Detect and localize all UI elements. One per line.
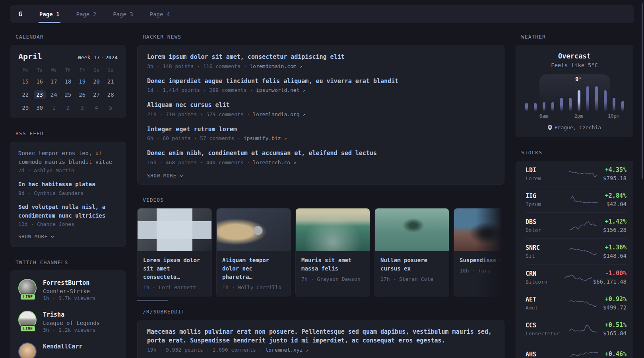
stock-name: Consectetur: [526, 331, 564, 337]
twitch-section-label: TWITCH CHANNELS: [10, 259, 126, 265]
hn-story-domain[interactable]: ipsumworld.net: [256, 87, 300, 93]
video-title[interactable]: Mauris sit amet massa felis: [301, 256, 364, 273]
stock-row[interactable]: IIGIpsum +2.84%$42.04: [526, 187, 627, 212]
calendar-month: April: [18, 52, 42, 61]
hn-story-domain[interactable]: loremtech.co: [253, 160, 290, 165]
weather-bar: [621, 101, 624, 111]
video-thumbnail[interactable]: [138, 208, 211, 251]
tab-page-2[interactable]: Page 2: [71, 5, 102, 23]
twitch-channel-row[interactable]: LIVE ForrestBurton Counter-Strike 1h · 1…: [18, 279, 118, 301]
rss-item-title[interactable]: In hac habitasse platea: [18, 180, 118, 189]
calendar-day: 21: [103, 77, 118, 86]
stock-sparkline: [570, 194, 598, 206]
rss-item: Sed volutpat nulla nisl, a condimentum n…: [18, 203, 118, 227]
channel-name[interactable]: KendallCarr: [43, 342, 82, 350]
stock-change: +1.42%: [603, 218, 627, 225]
video-meta: 18h · Tara: [460, 268, 504, 274]
external-link-icon: ↗: [306, 347, 308, 353]
rss-item-title[interactable]: Donec tempor eros leo, ut commodo mauris…: [18, 149, 118, 166]
weather-bars: [525, 74, 624, 111]
tab-page-4[interactable]: Page 4: [144, 5, 176, 23]
stock-name: Ipsum: [526, 201, 564, 207]
rss-show-more-button[interactable]: SHOW MORE: [18, 234, 118, 239]
stock-price: $66,171.48: [593, 278, 627, 285]
channel-game[interactable]: Counter-Strike: [43, 288, 96, 294]
carousel-scrollbar-thumb[interactable]: [137, 300, 168, 301]
stock-symbol: AET: [526, 296, 564, 304]
channel-name[interactable]: ForrestBurton: [43, 279, 96, 287]
reddit-post-title[interactable]: Maecenas mollis pulvinar erat non posuer…: [147, 327, 495, 345]
external-link-icon: ↗: [300, 64, 303, 69]
video-card[interactable]: Suspendisse diam 18h · Tara: [454, 208, 504, 297]
video-card[interactable]: Nullam posuere cursus ex 17h · Stefan Co…: [374, 208, 449, 297]
video-title[interactable]: Lorem ipsum dolor sit amet consectetu…: [143, 256, 206, 281]
weather-hourly-chart: 9°: [525, 74, 624, 111]
twitch-channel-row[interactable]: LIVE Trisha League of Legends 3h · 1.2k …: [18, 311, 118, 333]
video-title[interactable]: Suspendisse diam: [460, 256, 504, 265]
video-card[interactable]: Mauris sit amet massa felis 7h · Grayson…: [295, 208, 370, 297]
reddit-post-domain[interactable]: loremnet.xyz: [265, 347, 303, 353]
twitch-channels-widget: LIVE ForrestBurton Counter-Strike 1h · 1…: [10, 270, 126, 358]
hn-story-meta: 16h · 468 points · 440 comments · loremt…: [147, 160, 495, 165]
chevron-down-icon: [179, 175, 183, 177]
calendar-grid: Mo Tu We Th Fr Sa Su 15 16 17 18 19 20 2…: [18, 68, 118, 112]
tab-page-3[interactable]: Page 3: [107, 5, 139, 23]
stock-change: +0.51%: [603, 321, 627, 329]
channel-avatar: LIVE: [18, 311, 37, 330]
calendar-day: 18: [61, 77, 75, 86]
hn-story-domain[interactable]: ipsumify.biz: [244, 135, 281, 141]
stock-row[interactable]: DBSDolor +1.42%$156.28: [526, 212, 627, 238]
calendar-day: 27: [89, 90, 104, 99]
calendar-day-next-month: 5: [103, 103, 118, 112]
weather-bar: [586, 86, 589, 111]
external-link-icon: ↗: [303, 112, 305, 117]
hn-story-title[interactable]: Donec imperdiet augue tincidunt felis al…: [147, 77, 495, 86]
stock-change: -1.00%: [593, 270, 627, 277]
tab-page-1[interactable]: Page 1: [34, 5, 65, 23]
rss-item-title[interactable]: Sed volutpat nulla nisl, a condimentum n…: [18, 203, 118, 220]
video-title[interactable]: Nullam posuere cursus ex: [380, 256, 443, 273]
external-link-icon: ↗: [293, 160, 296, 165]
external-link-icon: ↗: [303, 88, 305, 93]
calendar-day: 28: [103, 90, 118, 99]
video-thumbnail[interactable]: [454, 208, 504, 251]
stock-row[interactable]: CRNBitcorn -1.00%$66,171.48: [526, 264, 627, 290]
hour-label: 2pm: [574, 113, 583, 119]
stock-name: Dolor: [526, 227, 564, 233]
channel-game[interactable]: League of Legends: [43, 320, 100, 326]
stock-row[interactable]: AHS +0.46%: [526, 342, 627, 358]
hn-story-domain[interactable]: loremlandia.org: [253, 111, 299, 117]
channel-name[interactable]: Trisha: [43, 311, 100, 319]
twitch-channel-row[interactable]: KendallCarr: [18, 342, 118, 358]
video-meta: 1h · Molly Carrillo: [222, 284, 285, 290]
video-card[interactable]: Aliquam tempor dolor nec pharetra… 1h · …: [216, 208, 291, 297]
hn-story: Integer eget rutrum lorem 6h · 60 points…: [147, 125, 495, 142]
hn-story-title[interactable]: Integer eget rutrum lorem: [147, 125, 495, 134]
stock-row[interactable]: AETAmet +0.92%$499.72: [526, 290, 627, 316]
hn-story-meta: 3h · 148 points · 116 comments · loremdo…: [147, 63, 495, 69]
hour-label: 6am: [539, 113, 548, 119]
subreddit-widget: Maecenas mollis pulvinar erat non posuer…: [137, 320, 504, 358]
hn-story-title[interactable]: Aliquam nec cursus elit: [147, 101, 495, 110]
hackernews-section-label: HACKER NEWS: [137, 34, 504, 40]
video-thumbnail[interactable]: [217, 208, 291, 251]
stock-row[interactable]: SNRCSit +1.36%$148.64: [526, 238, 627, 264]
weekday-label: Su: [103, 68, 118, 73]
page-scrollbar-thumb[interactable]: [642, 3, 643, 179]
stock-row[interactable]: LDILorem +4.35%$795.18: [526, 161, 627, 187]
stock-symbol: CCS: [526, 321, 564, 329]
hn-show-more-button[interactable]: SHOW MORE: [147, 173, 495, 179]
video-card[interactable]: Lorem ipsum dolor sit amet consectetu… 1…: [137, 208, 212, 297]
video-thumbnail[interactable]: [375, 208, 449, 251]
hn-story-domain[interactable]: loremdomain.com: [250, 63, 296, 69]
hn-story-title[interactable]: Lorem ipsum dolor sit amet, consectetur …: [147, 53, 495, 62]
video-thumbnail[interactable]: [296, 208, 370, 251]
stock-symbol: AHS: [526, 350, 564, 358]
video-title[interactable]: Aliquam tempor dolor nec pharetra…: [222, 256, 285, 281]
stock-row[interactable]: CCSConsectetur +0.51%$165.84: [526, 316, 627, 342]
channel-avatar: LIVE: [18, 279, 37, 298]
hn-story-title[interactable]: Donec enim nibh, condimentum et accumsan…: [147, 149, 495, 158]
stock-symbol: LDI: [526, 166, 564, 174]
calendar-day: 16: [33, 77, 47, 86]
weekday-label: Mo: [18, 68, 33, 73]
